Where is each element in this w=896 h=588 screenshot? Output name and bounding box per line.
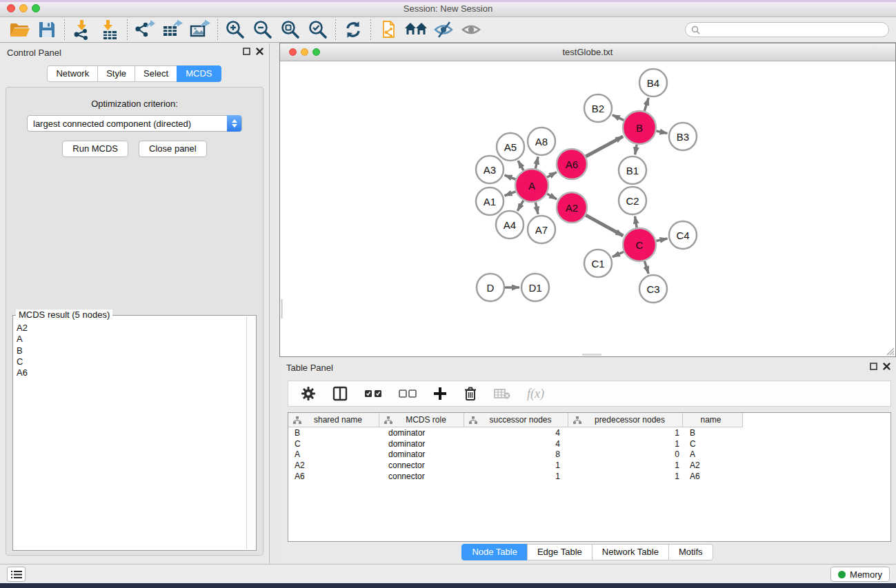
zoom-selected-icon[interactable] xyxy=(304,18,332,41)
network-edge-C-C3[interactable] xyxy=(644,261,648,274)
network-node-B[interactable]: B xyxy=(623,111,656,144)
column-header-shared-name[interactable]: shared name xyxy=(288,413,379,427)
create-column-plus-icon[interactable] xyxy=(433,387,447,401)
search-input[interactable] xyxy=(704,25,883,34)
network-node-A4[interactable]: A4 xyxy=(496,211,524,239)
memory-button[interactable]: Memory xyxy=(830,567,890,582)
network-canvas-area[interactable]: AA1A2A3A4A5A6A7A8BB1B2B3B4CC1C2C3C4DD1 xyxy=(280,61,895,356)
run-mcds-button[interactable]: Run MCDS xyxy=(62,141,128,157)
network-node-C[interactable]: C xyxy=(623,228,656,261)
network-hscroll-mark[interactable] xyxy=(582,354,601,356)
tab-network[interactable]: Network xyxy=(47,65,98,82)
import-network-icon[interactable] xyxy=(68,18,96,41)
column-header-name[interactable]: name xyxy=(683,413,743,427)
import-table-icon[interactable] xyxy=(96,18,123,41)
network-vscroll-mark[interactable] xyxy=(281,299,283,318)
network-node-A[interactable]: A xyxy=(515,169,548,202)
list-item[interactable]: A6 xyxy=(17,367,253,378)
network-node-D1[interactable]: D1 xyxy=(521,274,549,301)
network-node-D[interactable]: D xyxy=(477,274,504,301)
network-node-A7[interactable]: A7 xyxy=(528,216,555,243)
tab-style[interactable]: Style xyxy=(97,65,135,82)
network-edge-A6-B[interactable] xyxy=(586,136,623,156)
table-row[interactable]: A6 connector 1 1 A6 xyxy=(288,471,890,482)
close-panel-icon[interactable] xyxy=(883,363,890,370)
result-scrollbar[interactable] xyxy=(246,316,255,549)
export-table-icon[interactable] xyxy=(159,18,186,41)
delete-column-trash-icon[interactable] xyxy=(464,386,477,401)
zoom-out-icon[interactable] xyxy=(249,18,277,41)
table-row[interactable]: A dominator 8 0 A xyxy=(288,449,890,460)
save-session-icon[interactable] xyxy=(33,18,61,41)
export-network-icon[interactable] xyxy=(131,18,159,41)
network-edge-A-A7[interactable] xyxy=(535,202,538,214)
network-node-A8[interactable]: A8 xyxy=(528,128,555,155)
tab-node-table[interactable]: Node Table xyxy=(461,544,528,560)
table-row[interactable]: B dominator 4 1 B xyxy=(288,427,890,438)
network-node-A1[interactable]: A1 xyxy=(476,187,504,215)
network-node-A3[interactable]: A3 xyxy=(476,156,504,183)
optimization-criterion-dropdown[interactable]: largest connected component (directed) xyxy=(27,115,242,132)
tab-motifs[interactable]: Motifs xyxy=(668,544,713,560)
network-edge-A-A2[interactable] xyxy=(547,194,557,199)
open-session-icon[interactable] xyxy=(6,18,33,41)
column-header-mcds-role[interactable]: MCDS role xyxy=(379,413,464,427)
network-edge-B-B1[interactable] xyxy=(635,145,637,155)
network-node-A6[interactable]: A6 xyxy=(557,149,587,179)
network-edge-A-A1[interactable] xyxy=(505,192,516,196)
network-node-B3[interactable]: B3 xyxy=(669,123,697,150)
tab-mcds[interactable]: MCDS xyxy=(177,65,221,82)
network-node-B2[interactable]: B2 xyxy=(584,94,612,122)
network-node-C3[interactable]: C3 xyxy=(639,275,667,303)
network-edge-C-C2[interactable] xyxy=(635,216,637,228)
network-node-C4[interactable]: C4 xyxy=(669,221,697,249)
close-panel-icon[interactable] xyxy=(256,48,263,55)
list-item[interactable]: C xyxy=(17,356,253,367)
show-eye-icon[interactable] xyxy=(457,18,485,41)
list-item[interactable]: B xyxy=(17,345,253,356)
network-node-A5[interactable]: A5 xyxy=(497,133,524,161)
network-node-C1[interactable]: C1 xyxy=(584,250,612,277)
network-edge-C-C1[interactable] xyxy=(613,252,624,256)
search-box[interactable] xyxy=(685,22,889,37)
network-edge-C-C4[interactable] xyxy=(656,239,667,241)
export-image-icon[interactable] xyxy=(186,18,214,41)
network-edge-B-B3[interactable] xyxy=(656,131,667,133)
deselect-all-icon[interactable] xyxy=(399,389,417,398)
column-header-successor-nodes[interactable]: successor nodes xyxy=(464,413,568,427)
tab-network-table[interactable]: Network Table xyxy=(592,544,669,560)
hub-houses-icon[interactable] xyxy=(402,18,430,41)
column-header-predecessor-nodes[interactable]: predecessor nodes xyxy=(568,413,683,427)
network-edge-B-B4[interactable] xyxy=(644,98,648,111)
zoom-in-icon[interactable] xyxy=(221,18,249,41)
table-row[interactable]: A2 connector 1 1 A2 xyxy=(288,460,890,471)
zoom-fit-icon[interactable] xyxy=(277,18,304,41)
network-edge-A2-C[interactable] xyxy=(586,215,623,236)
new-network-from-selection-icon[interactable] xyxy=(375,18,402,41)
table-options-gear-icon[interactable] xyxy=(301,386,316,401)
select-all-icon[interactable] xyxy=(364,389,382,398)
network-node-C2[interactable]: C2 xyxy=(619,187,646,214)
network-edge-A-A3[interactable] xyxy=(505,175,516,179)
network-edge-B-B2[interactable] xyxy=(613,115,624,121)
network-node-A2[interactable]: A2 xyxy=(557,192,587,223)
network-edge-A-A8[interactable] xyxy=(535,156,538,168)
network-node-B1[interactable]: B1 xyxy=(619,156,646,184)
network-node-B4[interactable]: B4 xyxy=(639,69,667,97)
list-item[interactable]: A2 xyxy=(17,323,253,334)
float-panel-icon[interactable] xyxy=(243,48,250,55)
network-edge-A-A6[interactable] xyxy=(547,172,557,177)
resize-grip-icon[interactable] xyxy=(885,346,895,356)
table-row[interactable]: C dominator 4 1 C xyxy=(288,438,890,449)
refresh-view-icon[interactable] xyxy=(339,18,367,41)
network-edge-A-A4[interactable] xyxy=(517,201,524,211)
close-panel-button[interactable]: Close panel xyxy=(139,141,207,157)
show-columns-icon[interactable] xyxy=(332,386,348,401)
show-task-history-button[interactable] xyxy=(7,567,26,582)
hide-graphics-details-icon[interactable] xyxy=(430,18,457,41)
tab-select[interactable]: Select xyxy=(135,65,177,82)
list-item[interactable]: A xyxy=(17,334,253,345)
network-edge-A-A5[interactable] xyxy=(518,161,524,170)
tab-edge-table[interactable]: Edge Table xyxy=(527,544,593,560)
float-panel-icon[interactable] xyxy=(870,363,877,370)
